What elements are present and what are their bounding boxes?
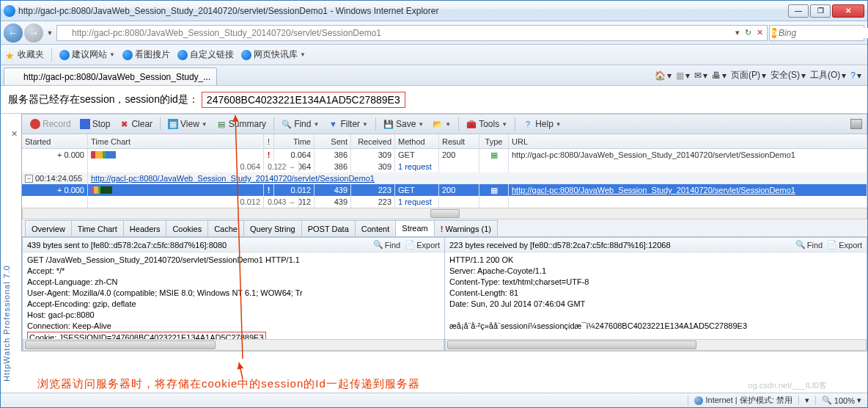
stop-button[interactable]: Stop (76, 117, 114, 131)
mail-icon: ✉ (694, 70, 702, 81)
search-input[interactable] (779, 28, 868, 38)
browser-tab[interactable]: http://gacl-pc:8080/JavaWeb_Session_Stud… (4, 68, 217, 85)
panel-close-icon[interactable]: ✕ (11, 129, 18, 139)
tab-label: http://gacl-pc:8080/JavaWeb_Session_Stud… (23, 72, 210, 82)
cmd-home[interactable]: 🏠▾ (655, 70, 672, 81)
session-prefix: 服务器已经存在session，session的id是： (8, 93, 199, 106)
stop-icon[interactable]: ✕ (755, 28, 765, 37)
close-button[interactable]: ✕ (832, 4, 864, 18)
col-method[interactable]: Method (395, 134, 439, 148)
col-received[interactable]: Received (351, 134, 395, 148)
col-time[interactable]: Time (274, 134, 315, 148)
filter-icon: ▼ (328, 119, 338, 129)
favorites-bar: ★收藏夹 建议网站▼ 看图搜片 自定义链接 网页快讯库▼ (1, 45, 867, 65)
stream-panels: 439 bytes sent to [fe80::d578:2ca7:c5fc:… (22, 237, 867, 351)
grid-group-row[interactable]: −00:14:24.055 http://gacl-pc:8080/JavaWe… (22, 172, 867, 184)
find-icon: 🔍 (373, 240, 383, 249)
tab-cache[interactable]: Cache (207, 220, 244, 236)
open-button[interactable]: 📂▼ (429, 117, 455, 131)
col-result[interactable]: Result (439, 134, 479, 148)
minimize-button[interactable]: — (788, 4, 809, 18)
help-icon: ? (523, 119, 533, 129)
export-button[interactable]: 📄Export (405, 240, 440, 249)
grid-row-selected[interactable]: + 0.000 ! 0.012 439 223 GET 200 ▦ http:/… (22, 184, 867, 196)
tab-cookies[interactable]: Cookies (166, 220, 208, 236)
fav-custom[interactable]: 自定义链接 (177, 48, 234, 61)
summary-button[interactable]: ▤Summary (213, 117, 270, 131)
find-icon: 🔍 (282, 119, 292, 129)
panel-scrollbar[interactable] (23, 339, 444, 351)
cmd-page[interactable]: 页面(P) ▾ (731, 69, 766, 81)
cmd-help[interactable]: ?▾ (850, 70, 861, 81)
page-icon (59, 28, 70, 38)
response-title: 223 bytes received by [fe80::d578:2ca7:c… (449, 241, 671, 249)
url-input[interactable] (72, 28, 732, 38)
find-button[interactable]: 🔍Find▼ (278, 117, 323, 131)
url-dropdown-icon[interactable]: ▾ (734, 28, 741, 37)
address-bar[interactable]: ▾ ↻ ✕ (56, 25, 768, 41)
fav-suggest[interactable]: 建议网站▼ (59, 48, 115, 61)
tabbar: http://gacl-pc:8080/JavaWeb_Session_Stud… (1, 65, 867, 86)
nav-history-dropdown[interactable]: ▼ (45, 29, 55, 37)
cmd-print[interactable]: 🖶▾ (712, 70, 727, 81)
grid-row[interactable]: + 0.000 ! 0.064 386 309 GET 200 ▦ http:/… (22, 149, 867, 161)
response-panel: 223 bytes received by [fe80::d578:2ca7:c… (444, 237, 867, 351)
clear-button[interactable]: ✖Clear (115, 117, 156, 131)
tab-post-data[interactable]: POST Data (301, 220, 356, 236)
grid-header: Started Time Chart ! Time Sent Received … (22, 134, 867, 149)
help-button[interactable]: ?Help▼ (519, 117, 565, 131)
record-button[interactable]: Record (26, 117, 75, 131)
tab-time-chart[interactable]: Time Chart (71, 220, 124, 236)
favorites-button[interactable]: ★收藏夹 (5, 48, 44, 61)
warning-icon: ! (441, 225, 444, 233)
refresh-icon[interactable]: ↻ (743, 28, 753, 37)
view-icon: ▦ (168, 119, 178, 129)
view-button[interactable]: ▦View▼ (164, 117, 211, 131)
export-icon: 📄 (405, 240, 415, 249)
cmd-feeds[interactable]: ▦▾ (676, 70, 690, 81)
tab-stream[interactable]: Stream (395, 220, 434, 236)
col-url[interactable]: URL (509, 134, 867, 148)
find-button[interactable]: 🔍Find (373, 240, 400, 249)
fav-images[interactable]: 看图搜片 (122, 48, 170, 61)
tools-button[interactable]: 🧰Tools▼ (463, 117, 511, 131)
maximize-button[interactable]: ❐ (810, 4, 831, 18)
collapse-icon[interactable]: − (25, 175, 33, 183)
find-button[interactable]: 🔍Find (795, 240, 823, 249)
forward-button[interactable]: → (24, 23, 43, 43)
cmd-safety[interactable]: 安全(S) ▾ (770, 69, 806, 81)
toolbar-collapse-icon[interactable] (850, 119, 862, 129)
page-content: 服务器已经存在session，session的id是： 247608BC4023… (1, 86, 867, 114)
col-sent[interactable]: Sent (315, 134, 351, 148)
status-zoom-down[interactable]: ▾ (798, 396, 809, 405)
doc-type-icon: ▦ (490, 150, 498, 160)
find-icon: 🔍 (795, 240, 806, 249)
back-button[interactable]: ← (4, 23, 23, 43)
tab-content[interactable]: Content (355, 220, 397, 236)
col-started[interactable]: Started (22, 134, 88, 148)
panel-scrollbar[interactable] (445, 339, 867, 351)
col-bang[interactable]: ! (264, 134, 274, 148)
status-zoom[interactable]: 🔍 100% ▾ (815, 396, 861, 405)
grid-scrollbar[interactable] (22, 208, 867, 219)
tab-headers[interactable]: Headers (123, 220, 167, 236)
search-box[interactable]: b 🔍 (769, 25, 864, 41)
response-body[interactable]: HTTP/1.1 200 OK Server: Apache-Coyote/1.… (445, 252, 867, 339)
cmd-mail[interactable]: ✉▾ (694, 70, 707, 81)
save-button[interactable]: 💾Save▼ (380, 117, 427, 131)
export-button[interactable]: 📄Export (827, 240, 862, 249)
tab-overview[interactable]: Overview (25, 220, 72, 236)
status-zone[interactable]: Internet | 保护模式: 禁用 (688, 395, 792, 406)
grid-row[interactable]: 0.012 0.043 → 0.012 439 223 1 request (22, 196, 867, 208)
titlebar: http://gacl-pc:8080/JavaWeb_Session_Stud… (1, 1, 867, 21)
cmd-tools[interactable]: 工具(O) ▾ (810, 69, 846, 81)
session-id-highlight: 247608BC4023221E134A1AD5C27889E3 (202, 92, 405, 108)
col-type[interactable]: Type (479, 134, 509, 148)
request-body[interactable]: GET /JavaWeb_Session_Study_20140720/serv… (23, 252, 444, 339)
tab-warnings[interactable]: !Warnings (1) (434, 220, 498, 236)
tab-query-string[interactable]: Query String (243, 220, 302, 236)
filter-button[interactable]: ▼Filter▼ (324, 117, 372, 131)
grid-row[interactable]: 0.064 0.122 → 0.064 386 309 1 request (22, 161, 867, 172)
col-timechart[interactable]: Time Chart (88, 134, 264, 148)
fav-news[interactable]: 网页快讯库▼ (241, 48, 306, 61)
